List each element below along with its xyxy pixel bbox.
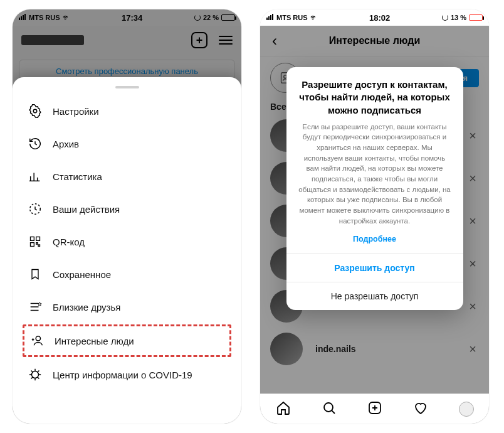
stats-icon [28, 169, 43, 184]
dialog-allow-button[interactable]: Разрешить доступ [286, 254, 463, 282]
menu-item-stats[interactable]: Статистика [16, 160, 238, 193]
phone-interesting-people: MTS RUS ᯤ 18:02 13 % ‹ Интересные люди П… [260, 9, 489, 424]
dialog-title: Разрешите доступ к контактам, чтобы найт… [286, 67, 463, 122]
menu-label: Ваши действия [53, 204, 120, 215]
svg-line-22 [31, 371, 33, 373]
status-battery-pct: 13 % [451, 14, 466, 21]
menu-item-qr[interactable]: QR-код [16, 225, 238, 258]
tab-create-icon[interactable] [367, 400, 382, 418]
sheet-grip[interactable] [115, 86, 139, 88]
svg-rect-7 [36, 237, 40, 241]
svg-rect-9 [36, 243, 38, 245]
discover-people-icon [29, 333, 45, 348]
wifi-icon: ᯤ [63, 13, 70, 22]
wifi-icon: ᯤ [310, 13, 318, 22]
svg-point-0 [33, 109, 37, 113]
qr-icon [28, 234, 43, 249]
close-friends-icon [28, 299, 43, 314]
status-carrier: MTS RUS [29, 14, 60, 21]
menu-sheet: Настройки Архив Статистика Ваши действия [13, 77, 241, 424]
svg-line-24 [31, 377, 33, 379]
svg-rect-6 [31, 237, 34, 241]
activity-icon [28, 201, 43, 216]
archive-icon [28, 136, 43, 151]
menu-label: Статистика [53, 171, 102, 182]
create-post-button[interactable]: + [191, 32, 207, 48]
dialog-body: Если вы разрешите доступ, ваши контакты … [286, 122, 463, 230]
svg-rect-8 [31, 243, 34, 247]
status-time: 18:02 [369, 13, 390, 23]
menu-button[interactable] [219, 32, 233, 48]
menu-item-close-friends[interactable]: Близкие друзья [16, 291, 238, 323]
sync-icon [442, 14, 448, 21]
status-battery-pct: 22 % [203, 14, 219, 21]
dialog-learn-more-link[interactable]: Подробнее [286, 230, 463, 254]
phone-profile-menu: MTS RUS ᯤ 17:34 22 % + Смотреть професси… [13, 9, 241, 424]
status-carrier: MTS RUS [276, 14, 308, 21]
svg-point-14 [36, 336, 40, 341]
menu-item-activity[interactable]: Ваши действия [16, 193, 238, 225]
menu-item-settings[interactable]: Настройки [16, 95, 238, 127]
sync-icon [194, 14, 201, 21]
contacts-permission-dialog: Разрешите доступ к контактам, чтобы найт… [286, 67, 463, 310]
tab-bar [260, 393, 489, 424]
menu-item-covid[interactable]: Центр информации о COVID-19 [16, 358, 238, 391]
tab-home-icon[interactable] [276, 400, 291, 418]
svg-line-25 [38, 371, 39, 373]
dialog-deny-button[interactable]: Не разрешать доступ [286, 282, 463, 310]
tab-activity-icon[interactable] [413, 400, 428, 418]
profile-username-redacted [21, 35, 84, 45]
menu-item-interesting-people[interactable]: Интересные люди [24, 326, 229, 355]
status-time: 17:34 [122, 13, 142, 23]
highlight-box: Интересные люди [23, 324, 231, 357]
menu-item-archive[interactable]: Архив [16, 127, 238, 160]
svg-line-29 [332, 410, 335, 414]
menu-label: Близкие друзья [53, 302, 120, 313]
menu-item-saved[interactable]: Сохраненное [16, 258, 238, 291]
gear-icon [28, 104, 43, 119]
bookmark-icon [28, 267, 43, 282]
menu-label: QR-код [53, 237, 85, 247]
menu-label: Архив [53, 139, 79, 149]
menu-label: Настройки [53, 106, 99, 117]
svg-point-28 [324, 403, 333, 412]
tab-profile-avatar[interactable] [459, 402, 474, 417]
covid-icon [28, 367, 43, 382]
battery-icon [221, 14, 235, 21]
menu-label: Интересные люди [55, 336, 134, 346]
svg-line-23 [38, 377, 39, 379]
battery-low-icon [469, 14, 483, 21]
tab-search-icon[interactable] [322, 400, 337, 418]
menu-label: Центр информации о COVID-19 [53, 370, 192, 380]
menu-label: Сохраненное [53, 269, 111, 280]
svg-rect-10 [38, 245, 40, 247]
